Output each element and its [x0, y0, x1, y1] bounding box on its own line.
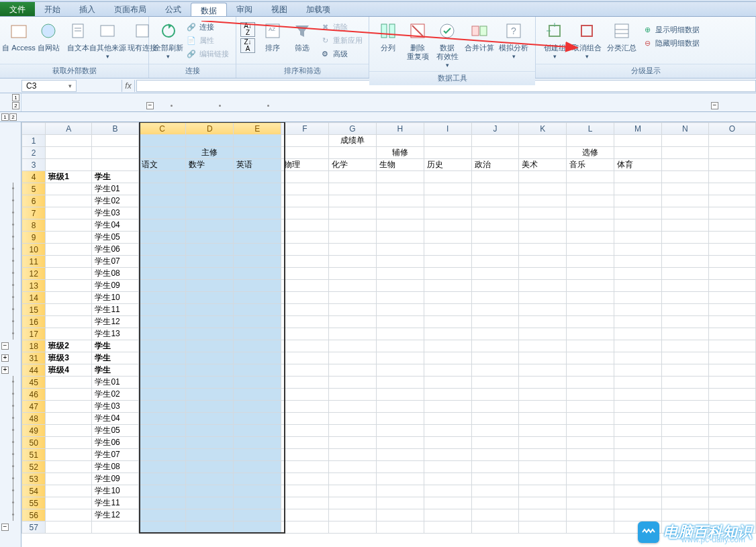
- cell-G3[interactable]: 化学: [328, 159, 376, 171]
- cell-F11[interactable]: [281, 256, 329, 268]
- cell-J31[interactable]: [471, 352, 519, 364]
- cell-L31[interactable]: [567, 352, 614, 364]
- refresh-all-button[interactable]: 全部刷新▾: [153, 18, 183, 61]
- row-level-1[interactable]: 1: [1, 113, 9, 121]
- cell-L3[interactable]: 音乐: [567, 159, 614, 171]
- cell-I14[interactable]: [424, 292, 471, 304]
- cell-N54[interactable]: [661, 485, 708, 497]
- cell-F12[interactable]: [281, 268, 329, 280]
- cell-K44[interactable]: [519, 364, 567, 377]
- row-header-15[interactable]: 15: [22, 304, 46, 316]
- cell-H51[interactable]: [377, 449, 424, 461]
- cell-M47[interactable]: [614, 401, 661, 413]
- cell-I3[interactable]: 历史: [424, 159, 471, 171]
- cell-E4[interactable]: [234, 171, 281, 183]
- cell-O15[interactable]: [708, 304, 755, 316]
- remove-duplicates-button[interactable]: 删除 重复项: [403, 18, 432, 62]
- cell-B7[interactable]: 学生03: [92, 207, 138, 219]
- from-text-button[interactable]: 自文本: [63, 18, 93, 54]
- col-header-H[interactable]: H: [377, 123, 424, 135]
- col-header-D[interactable]: D: [186, 123, 234, 135]
- cell-M15[interactable]: [614, 304, 661, 316]
- cell-B57[interactable]: [92, 521, 138, 534]
- cell-D16[interactable]: [186, 316, 234, 328]
- cell-I11[interactable]: [424, 256, 471, 268]
- row-header-56[interactable]: 56: [22, 509, 46, 521]
- cell-O31[interactable]: [708, 352, 755, 364]
- cell-C8[interactable]: [138, 219, 186, 232]
- cell-A53[interactable]: [46, 473, 92, 485]
- cell-H46[interactable]: [377, 389, 424, 401]
- cell-K10[interactable]: [519, 244, 567, 256]
- cell-I16[interactable]: [424, 316, 471, 328]
- cell-K53[interactable]: [519, 473, 567, 485]
- cell-I9[interactable]: [424, 232, 471, 244]
- cell-I13[interactable]: [424, 280, 471, 292]
- cell-J56[interactable]: [471, 509, 519, 521]
- cell-N44[interactable]: [661, 364, 708, 377]
- cell-A11[interactable]: [46, 256, 92, 268]
- cell-E1[interactable]: [234, 135, 281, 147]
- cell-D18[interactable]: [186, 340, 234, 352]
- cell-H3[interactable]: 生物: [377, 159, 424, 171]
- cell-N14[interactable]: [661, 292, 708, 304]
- col-header-E[interactable]: E: [234, 123, 281, 135]
- cell-L5[interactable]: [567, 183, 614, 195]
- cell-K45[interactable]: [519, 377, 567, 389]
- cell-I2[interactable]: [424, 147, 471, 159]
- sort-asc-icon[interactable]: A↓Z: [240, 22, 255, 37]
- tab-home[interactable]: 开始: [35, 2, 70, 16]
- name-box[interactable]: C3▾: [21, 80, 77, 92]
- cell-J16[interactable]: [471, 316, 519, 328]
- cell-J14[interactable]: [471, 292, 519, 304]
- cell-E12[interactable]: [234, 268, 281, 280]
- cell-M45[interactable]: [614, 377, 661, 389]
- cell-C5[interactable]: [138, 183, 186, 195]
- cell-D4[interactable]: [186, 171, 234, 183]
- cell-N52[interactable]: [661, 461, 708, 473]
- cell-E13[interactable]: [234, 280, 281, 292]
- cell-M3[interactable]: 体育: [614, 159, 661, 171]
- cell-F57[interactable]: [281, 521, 329, 534]
- cell-M53[interactable]: [614, 473, 661, 485]
- cell-J18[interactable]: [471, 340, 519, 352]
- cell-L53[interactable]: [567, 473, 614, 485]
- cell-B44[interactable]: 学生: [92, 364, 138, 377]
- cell-B6[interactable]: 学生02: [92, 195, 138, 207]
- cell-B46[interactable]: 学生02: [92, 389, 138, 401]
- cell-B12[interactable]: 学生08: [92, 268, 138, 280]
- cell-M13[interactable]: [614, 280, 661, 292]
- cell-H2[interactable]: 辅修: [377, 147, 424, 159]
- row-header-13[interactable]: 13: [22, 280, 46, 292]
- cell-A51[interactable]: [46, 449, 92, 461]
- cell-O18[interactable]: [708, 340, 755, 352]
- cell-D52[interactable]: [186, 461, 234, 473]
- cell-N15[interactable]: [661, 304, 708, 316]
- cell-G45[interactable]: [328, 377, 376, 389]
- row-level-2[interactable]: 2: [9, 113, 17, 121]
- cell-I44[interactable]: [424, 364, 471, 377]
- cell-C7[interactable]: [138, 207, 186, 219]
- cell-K17[interactable]: [519, 328, 567, 340]
- cell-A54[interactable]: [46, 485, 92, 497]
- cell-E16[interactable]: [234, 316, 281, 328]
- cell-F47[interactable]: [281, 401, 329, 413]
- row-header-17[interactable]: 17: [22, 328, 46, 340]
- cell-L50[interactable]: [567, 437, 614, 449]
- cell-O4[interactable]: [708, 171, 755, 183]
- tab-review[interactable]: 审阅: [227, 2, 262, 16]
- cell-E11[interactable]: [234, 256, 281, 268]
- cell-J15[interactable]: [471, 304, 519, 316]
- cell-O3[interactable]: [708, 159, 755, 171]
- cell-A46[interactable]: [46, 389, 92, 401]
- cell-B52[interactable]: 学生08: [92, 461, 138, 473]
- cell-D7[interactable]: [186, 207, 234, 219]
- col-header-I[interactable]: I: [424, 123, 471, 135]
- from-access-button[interactable]: 自 Access: [4, 18, 34, 54]
- cell-K51[interactable]: [519, 449, 567, 461]
- cell-B10[interactable]: 学生06: [92, 244, 138, 256]
- cell-M55[interactable]: [614, 497, 661, 509]
- cell-K55[interactable]: [519, 497, 567, 509]
- cell-B1[interactable]: [92, 135, 138, 147]
- cell-H56[interactable]: [377, 509, 424, 521]
